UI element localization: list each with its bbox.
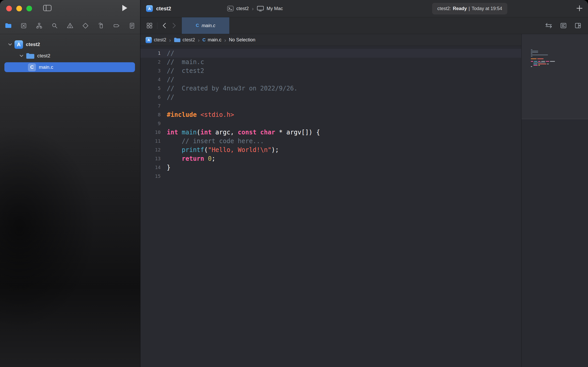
- line-number[interactable]: 1: [140, 49, 161, 58]
- code-token-fn: printf: [182, 146, 204, 154]
- forward-icon[interactable]: [171, 22, 177, 29]
- minimap-bar: [533, 64, 537, 64]
- code-token-kw: const: [238, 129, 257, 136]
- activity-status-view[interactable]: ctest2: Ready | Today at 19:54: [432, 3, 507, 14]
- scheme-destination-label[interactable]: My Mac: [267, 6, 283, 11]
- status-time: Today at 19:54: [472, 6, 502, 11]
- scheme-target-label[interactable]: ctest2: [236, 6, 249, 11]
- tab-main-c[interactable]: C main.c: [182, 17, 230, 34]
- code-line[interactable]: 2// main.c: [140, 58, 521, 66]
- line-number[interactable]: 2: [140, 58, 161, 66]
- line-number[interactable]: 3: [140, 66, 161, 75]
- scheme-selector[interactable]: ctest2 › My Mac: [227, 0, 283, 17]
- code-text: }: [167, 163, 170, 172]
- jump-bar-item-selection[interactable]: No Selection: [229, 37, 255, 43]
- minimap[interactable]: [521, 34, 588, 367]
- minimap-bar: [537, 58, 544, 59]
- jump-bar-label: ctest2: [183, 37, 195, 43]
- close-button[interactable]: [6, 6, 12, 11]
- line-number[interactable]: 5: [140, 84, 161, 93]
- code-line[interactable]: 13 return 0;: [140, 154, 521, 163]
- chevron-right-icon: ›: [197, 37, 200, 43]
- project-navigator-icon[interactable]: [4, 21, 13, 30]
- minimap-bar: [533, 62, 545, 63]
- jump-bar-label: ctest2: [154, 37, 166, 43]
- c-file-icon: C: [28, 63, 36, 71]
- source-control-navigator-icon[interactable]: [19, 21, 28, 30]
- editor-options-icon[interactable]: [560, 22, 567, 29]
- tree-row-file-selected[interactable]: C main.c: [0, 62, 140, 73]
- code-line[interactable]: 6//: [140, 93, 521, 102]
- jump-bar-item-file[interactable]: C main.c: [202, 37, 221, 43]
- library-add-icon[interactable]: [576, 4, 583, 12]
- debug-navigator-icon[interactable]: [97, 21, 105, 30]
- status-separator: |: [469, 6, 470, 11]
- line-number[interactable]: 13: [140, 154, 161, 163]
- minimap-viewport[interactable]: [522, 34, 588, 119]
- breakpoint-navigator-icon[interactable]: [112, 21, 121, 30]
- code-line[interactable]: 5// Created by 4nsw3r on 2022/9/26.: [140, 84, 521, 93]
- minimize-button[interactable]: [16, 6, 22, 11]
- back-icon[interactable]: [162, 22, 167, 29]
- line-number[interactable]: 6: [140, 93, 161, 102]
- line-number[interactable]: 15: [140, 172, 161, 181]
- code-line[interactable]: 9: [140, 119, 521, 128]
- code-line[interactable]: 12 printf("Hello, World!\n");: [140, 146, 521, 154]
- code-line[interactable]: 4//: [140, 75, 521, 84]
- code-line[interactable]: 11 // insert code here...: [140, 137, 521, 146]
- minimap-lines: [531, 49, 583, 68]
- minimap-bar: [531, 53, 532, 54]
- line-number[interactable]: 11: [140, 137, 161, 146]
- related-items-icon[interactable]: [146, 22, 153, 29]
- line-number[interactable]: 10: [140, 128, 161, 137]
- code-line[interactable]: 10int main(int argc, const char * argv[]…: [140, 128, 521, 137]
- test-navigator-icon[interactable]: [81, 21, 90, 30]
- add-editor-icon[interactable]: [575, 22, 581, 29]
- disclosure-chevron-icon[interactable]: [19, 53, 24, 59]
- run-button[interactable]: [122, 4, 128, 12]
- project-tree: A ctest2 ctest2 C main.c: [0, 39, 140, 73]
- jump-bar-item-group[interactable]: ctest2: [174, 37, 195, 43]
- code-token-cm: //: [167, 94, 174, 101]
- minimap-bar: [531, 49, 532, 50]
- report-navigator-icon[interactable]: [127, 21, 136, 30]
- minimap-bar: [531, 51, 538, 51]
- minimap-bar: [546, 61, 549, 62]
- code-line[interactable]: 15: [140, 172, 521, 181]
- symbol-navigator-icon[interactable]: [35, 21, 44, 30]
- code-token-pl: [204, 155, 208, 162]
- line-number[interactable]: 4: [140, 75, 161, 84]
- issue-navigator-icon[interactable]: [66, 21, 74, 30]
- xcode-window: A ctest2 ctest2 C main.c A: [0, 0, 588, 367]
- code-line[interactable]: 14}: [140, 163, 521, 172]
- tree-row-group[interactable]: ctest2: [0, 50, 140, 62]
- editor-content: A ctest2 › ctest2 › C main.c ›: [140, 34, 588, 367]
- folder-icon: [174, 37, 180, 43]
- code-token-pl: (: [197, 129, 200, 136]
- code-token-pl: ;: [212, 155, 215, 162]
- jump-bar-item-project[interactable]: A ctest2: [146, 37, 166, 43]
- disclosure-chevron-icon[interactable]: [7, 42, 13, 47]
- code-text: int main(int argc, const char * argv[]) …: [167, 128, 320, 137]
- project-icon: A: [146, 37, 152, 43]
- code-token-pp: #include: [167, 111, 197, 118]
- code-line[interactable]: 3// ctest2: [140, 66, 521, 75]
- code-line[interactable]: 1//: [140, 49, 521, 58]
- line-number[interactable]: 7: [140, 102, 161, 110]
- code-review-icon[interactable]: [545, 22, 552, 29]
- line-number[interactable]: 8: [140, 110, 161, 119]
- toggle-sidebar-icon[interactable]: [43, 4, 52, 12]
- sidebar-divider[interactable]: [140, 0, 140, 367]
- tree-row-project[interactable]: A ctest2: [0, 39, 140, 50]
- code-area: 1//2// main.c3// ctest24//5// Created by…: [140, 46, 521, 181]
- code-token-cm: //: [167, 50, 174, 57]
- code-editor[interactable]: 1//2// main.c3// ctest24//5// Created by…: [140, 46, 521, 367]
- line-number[interactable]: 14: [140, 163, 161, 172]
- line-number[interactable]: 9: [140, 119, 161, 128]
- find-navigator-icon[interactable]: [50, 21, 59, 30]
- status-project: ctest2:: [437, 6, 451, 11]
- code-line[interactable]: 7: [140, 102, 521, 110]
- code-line[interactable]: 8#include <stdio.h>: [140, 110, 521, 119]
- zoom-button[interactable]: [26, 6, 32, 11]
- line-number[interactable]: 12: [140, 146, 161, 154]
